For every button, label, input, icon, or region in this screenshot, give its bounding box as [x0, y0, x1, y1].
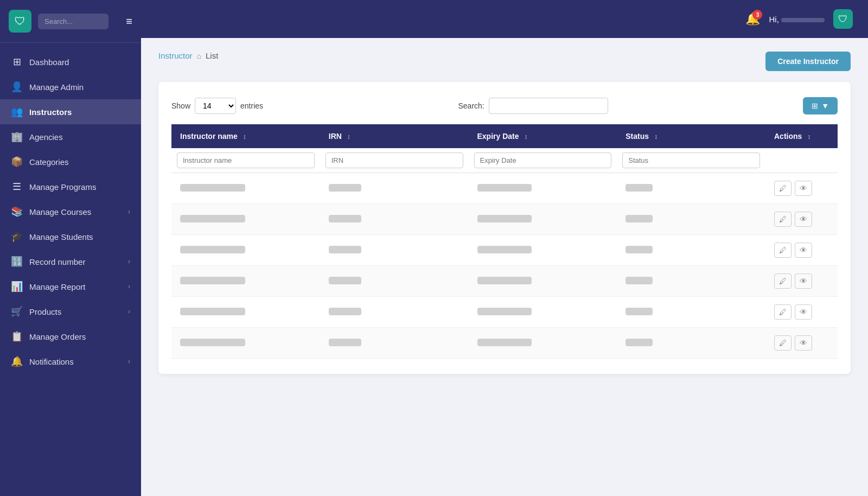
cell-irn-4 [320, 297, 469, 328]
top-header: 🔔 3 Hi, 🛡 [141, 0, 868, 38]
sidebar-item-record-number[interactable]: 🔢 Record number › [0, 249, 141, 274]
search-label: Search: [458, 101, 484, 110]
export-button[interactable]: ⊞ ▼ [803, 97, 838, 115]
view-button-4[interactable]: 👁 [795, 304, 812, 320]
view-button-0[interactable]: 👁 [795, 181, 812, 196]
edit-button-4[interactable]: 🖊 [774, 304, 792, 320]
cell-irn-2 [320, 235, 469, 266]
view-button-5[interactable]: 👁 [795, 335, 812, 351]
sidebar-search-input[interactable] [38, 14, 108, 29]
sidebar-item-agencies[interactable]: 🏢 Agencies [0, 124, 141, 149]
skeleton-status-4 [626, 308, 653, 315]
edit-button-3[interactable]: 🖊 [774, 274, 792, 289]
entries-select[interactable]: 14 25 50 [195, 98, 236, 114]
sidebar-item-manage-courses[interactable]: 📚 Manage Courses › [0, 199, 141, 224]
view-button-2[interactable]: 👁 [795, 243, 812, 258]
action-btns-3: 🖊 👁 [774, 274, 829, 289]
cell-date-3 [469, 266, 617, 297]
cell-name-4 [171, 297, 320, 328]
action-btns-1: 🖊 👁 [774, 212, 829, 227]
show-entries: Show 14 25 50 entries [171, 98, 263, 114]
cell-irn-5 [320, 328, 469, 359]
col-status[interactable]: Status ↕ [617, 124, 765, 148]
skeleton-status-5 [626, 339, 653, 346]
edit-button-0[interactable]: 🖊 [774, 181, 792, 196]
search-input[interactable] [489, 98, 608, 114]
search-box: Search: [458, 98, 608, 114]
cell-name-0 [171, 173, 320, 204]
filter-expiry-date[interactable] [474, 152, 612, 168]
nav-label-manage-admin: Manage Admin [29, 82, 84, 92]
create-instructor-button[interactable]: Create Instructor [765, 52, 851, 71]
cell-irn-0 [320, 173, 469, 204]
sidebar-item-dashboard[interactable]: ⊞ Dashboard [0, 49, 141, 74]
sort-icon-status: ↕ [654, 133, 658, 141]
table-row: 🖊 👁 [171, 266, 838, 297]
cell-name-2 [171, 235, 320, 266]
cell-name-1 [171, 204, 320, 235]
cell-irn-3 [320, 266, 469, 297]
sidebar-item-instructors[interactable]: 👥 Instructors [0, 99, 141, 124]
edit-button-5[interactable]: 🖊 [774, 335, 792, 351]
filter-status[interactable] [622, 152, 760, 168]
table-body: 🖊 👁 🖊 👁 [171, 173, 838, 359]
sidebar-item-manage-students[interactable]: 🎓 Manage Students [0, 224, 141, 249]
table-controls: Show 14 25 50 entries Search: ⊞ ▼ [171, 97, 838, 115]
filter-instructor-name[interactable] [177, 152, 315, 168]
col-actions: Actions ↕ [765, 124, 838, 148]
nav-label-manage-report: Manage Report [29, 282, 85, 291]
skeleton-status-0 [626, 184, 653, 192]
skeleton-status-3 [626, 277, 653, 284]
sidebar-item-notifications[interactable]: 🔔 Notifications › [0, 349, 141, 374]
col-instructor-name[interactable]: Instructor name ↕ [171, 124, 320, 148]
view-button-1[interactable]: 👁 [795, 212, 812, 227]
nav-label-manage-orders: Manage Orders [29, 332, 86, 341]
table-row: 🖊 👁 [171, 173, 838, 204]
nav-icon-categories: 📦 [11, 156, 23, 168]
nav-icon-instructors: 👥 [11, 106, 23, 118]
skeleton-name-5 [180, 339, 245, 346]
col-expiry-date[interactable]: Expiry Date ↕ [469, 124, 617, 148]
view-button-3[interactable]: 👁 [795, 274, 812, 289]
nav-label-manage-students: Manage Students [29, 232, 93, 241]
sidebar-item-products[interactable]: 🛒 Products › [0, 299, 141, 324]
sidebar-header: 🛡 ≡ [0, 0, 141, 43]
hamburger-button[interactable]: ≡ [126, 15, 132, 28]
nav-icon-record-number: 🔢 [11, 256, 23, 268]
cell-status-3 [617, 266, 765, 297]
nav-label-record-number: Record number [29, 257, 85, 266]
edit-button-1[interactable]: 🖊 [774, 212, 792, 227]
filter-irn[interactable] [326, 152, 463, 168]
nav-icon-products: 🛒 [11, 306, 23, 317]
notification-badge: 3 [752, 10, 762, 20]
cell-status-4 [617, 297, 765, 328]
skeleton-irn-1 [329, 215, 361, 222]
breadcrumb-home-icon: ⌂ [197, 52, 201, 60]
col-irn[interactable]: IRN ↕ [320, 124, 469, 148]
breadcrumb-parent[interactable]: Instructor [158, 51, 193, 60]
cell-date-2 [469, 235, 617, 266]
notification-button[interactable]: 🔔 3 [745, 12, 760, 26]
sidebar-item-categories[interactable]: 📦 Categories [0, 149, 141, 174]
action-btns-4: 🖊 👁 [774, 304, 829, 320]
cell-name-5 [171, 328, 320, 359]
cell-actions-3: 🖊 👁 [765, 266, 838, 297]
chevron-record-number: › [128, 258, 130, 265]
sidebar-item-manage-admin[interactable]: 👤 Manage Admin [0, 74, 141, 99]
export-chevron: ▼ [821, 101, 829, 110]
cell-date-4 [469, 297, 617, 328]
sidebar-item-manage-orders[interactable]: 📋 Manage Orders [0, 324, 141, 349]
sort-icon-expiry: ↕ [524, 133, 527, 141]
chevron-products: › [128, 308, 130, 315]
nav-label-agencies: Agencies [29, 132, 63, 142]
nav-icon-agencies: 🏢 [11, 131, 23, 143]
skeleton-irn-2 [329, 246, 361, 253]
nav-label-dashboard: Dashboard [29, 58, 69, 67]
cell-actions-0: 🖊 👁 [765, 173, 838, 204]
sidebar-item-manage-programs[interactable]: ☰ Manage Programs [0, 174, 141, 199]
skeleton-irn-4 [329, 308, 361, 315]
skeleton-name-3 [180, 277, 245, 284]
edit-button-2[interactable]: 🖊 [774, 243, 792, 258]
table-header-row: Instructor name ↕ IRN ↕ Expiry Date ↕ [171, 124, 838, 148]
sidebar-item-manage-report[interactable]: 📊 Manage Report › [0, 274, 141, 299]
